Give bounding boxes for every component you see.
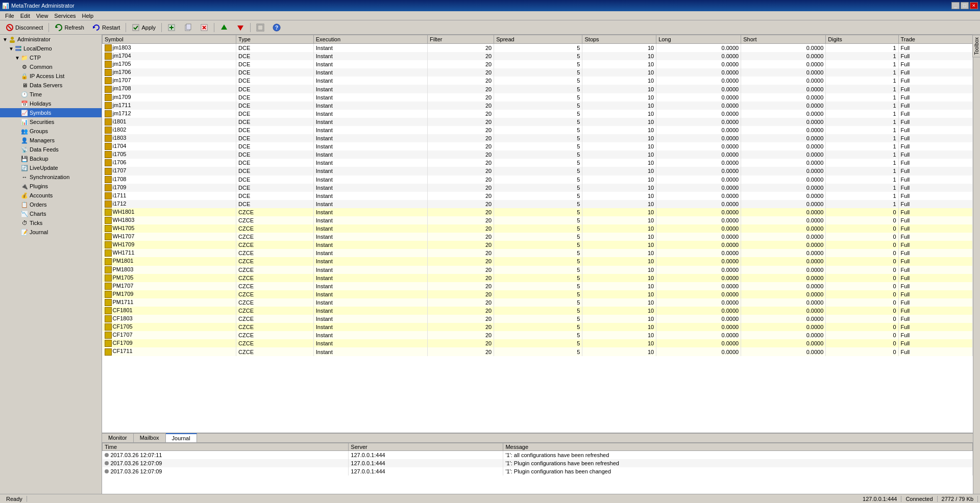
table-row[interactable]: PM1709 CZCE Instant 20 5 10 0.0000 0.000… [103, 290, 973, 298]
table-row[interactable]: jm1709 DCE Instant 20 5 10 0.0000 0.0000… [103, 93, 973, 102]
menu-view[interactable]: View [33, 12, 52, 19]
table-row[interactable]: jm1803 DCE Instant 20 5 10 0.0000 0.0000… [103, 44, 973, 53]
toolbox-tab[interactable]: Toolbox [972, 35, 980, 57]
table-row[interactable]: WH1711 CZCE Instant 20 5 10 0.0000 0.000… [103, 249, 973, 257]
table-row[interactable]: i1712 DCE Instant 20 5 10 0.0000 0.0000 … [103, 200, 973, 208]
sidebar-item-ticks[interactable]: ⏱ Ticks [0, 218, 102, 228]
title-bar-controls[interactable]: _ □ ✕ [951, 2, 978, 9]
sidebar-item-datafeeds[interactable]: 📡 Data Feeds [0, 145, 102, 154]
help-button[interactable]: ? [269, 22, 284, 33]
disconnect-button[interactable]: Disconnect [2, 22, 46, 33]
table-row[interactable]: jm1707 DCE Instant 20 5 10 0.0000 0.0000… [103, 77, 973, 85]
table-row[interactable]: i1711 DCE Instant 20 5 10 0.0000 0.0000 … [103, 192, 973, 200]
table-row[interactable]: CF1705 CZCE Instant 20 5 10 0.0000 0.000… [103, 323, 973, 331]
down-icon [236, 23, 244, 32]
col-digits[interactable]: Digits [826, 35, 898, 44]
sidebar-item-charts[interactable]: 📉 Charts [0, 209, 102, 218]
tab-mailbox[interactable]: Mailbox [134, 434, 166, 442]
table-row[interactable]: CF1711 CZCE Instant 20 5 10 0.0000 0.000… [103, 347, 973, 356]
sidebar-item-plugins[interactable]: 🔌 Plugins [0, 182, 102, 191]
sidebar-item-ctp[interactable]: ▼ 📁 CTP [0, 53, 102, 62]
col-stops[interactable]: Stops [582, 35, 656, 44]
sidebar-item-localdemo[interactable]: ▼ LocalDemo [0, 44, 102, 53]
table-row[interactable]: CF1801 CZCE Instant 20 5 10 0.0000 0.000… [103, 307, 973, 315]
sidebar-item-orders[interactable]: 📋 Orders [0, 200, 102, 209]
up-button[interactable] [216, 22, 232, 33]
col-symbol[interactable]: Symbol [103, 35, 236, 44]
refresh-button[interactable]: Refresh [51, 22, 88, 33]
table-row[interactable]: i1801 DCE Instant 20 5 10 0.0000 0.0000 … [103, 118, 973, 126]
table-row[interactable]: WH1709 CZCE Instant 20 5 10 0.0000 0.000… [103, 241, 973, 249]
sidebar-item-holidays[interactable]: 📅 Holidays [0, 99, 102, 108]
delete-button[interactable] [197, 22, 212, 33]
table-row[interactable]: WH1707 CZCE Instant 20 5 10 0.0000 0.000… [103, 233, 973, 241]
sidebar-item-groups[interactable]: 👥 Groups [0, 127, 102, 136]
symbols-table[interactable]: Symbol Type Execution Filter Spread Stop… [102, 35, 973, 433]
sidebar-item-time[interactable]: 🕐 Time [0, 90, 102, 99]
col-execution[interactable]: Execution [313, 35, 427, 44]
table-row[interactable]: i1803 DCE Instant 20 5 10 0.0000 0.0000 … [103, 134, 973, 142]
menu-help[interactable]: Help [79, 12, 97, 19]
sidebar-item-symbols[interactable]: 📈 Symbols [0, 108, 102, 117]
table-row[interactable]: CF1707 CZCE Instant 20 5 10 0.0000 0.000… [103, 331, 973, 339]
tab-journal[interactable]: Journal [166, 433, 197, 442]
sidebar-item-dataservers[interactable]: 🖥 Data Servers [0, 81, 102, 90]
log-row[interactable]: 2017.03.26 12:07:09 127.0.0.1:444 '1': P… [103, 459, 973, 467]
col-long[interactable]: Long [656, 35, 741, 44]
view1-button[interactable] [253, 22, 268, 33]
maximize-button[interactable]: □ [961, 2, 969, 9]
add-button[interactable] [164, 22, 179, 33]
table-row[interactable]: i1705 DCE Instant 20 5 10 0.0000 0.0000 … [103, 150, 973, 159]
table-row[interactable]: i1802 DCE Instant 20 5 10 0.0000 0.0000 … [103, 126, 973, 134]
sidebar-item-accounts[interactable]: 💰 Accounts [0, 191, 102, 200]
copy-button[interactable] [180, 22, 195, 33]
sidebar-item-backup[interactable]: 💾 Backup [0, 154, 102, 163]
col-spread[interactable]: Spread [494, 35, 582, 44]
table-row[interactable]: CF1709 CZCE Instant 20 5 10 0.0000 0.000… [103, 339, 973, 347]
table-row[interactable]: i1706 DCE Instant 20 5 10 0.0000 0.0000 … [103, 159, 973, 167]
table-row[interactable]: i1708 DCE Instant 20 5 10 0.0000 0.0000 … [103, 175, 973, 184]
table-row[interactable]: jm1712 DCE Instant 20 5 10 0.0000 0.0000… [103, 110, 973, 118]
tab-monitor[interactable]: Monitor [102, 434, 134, 442]
table-row[interactable]: CF1803 CZCE Instant 20 5 10 0.0000 0.000… [103, 315, 973, 323]
table-row[interactable]: PM1707 CZCE Instant 20 5 10 0.0000 0.000… [103, 282, 973, 290]
table-row[interactable]: i1707 DCE Instant 20 5 10 0.0000 0.0000 … [103, 167, 973, 175]
col-filter[interactable]: Filter [427, 35, 494, 44]
restart-button[interactable]: Restart [89, 22, 124, 33]
sidebar-item-managers[interactable]: 👤 Managers [0, 136, 102, 145]
table-row[interactable]: jm1704 DCE Instant 20 5 10 0.0000 0.0000… [103, 52, 973, 60]
sidebar-item-ipaccess[interactable]: 🔒 IP Access List [0, 71, 102, 81]
sidebar-item-liveupdate[interactable]: 🔄 LiveUpdate [0, 163, 102, 172]
sidebar-item-securities[interactable]: 📊 Securities [0, 117, 102, 127]
table-row[interactable]: PM1711 CZCE Instant 20 5 10 0.0000 0.000… [103, 298, 973, 307]
col-short[interactable]: Short [741, 35, 826, 44]
table-row[interactable]: PM1705 CZCE Instant 20 5 10 0.0000 0.000… [103, 274, 973, 282]
table-row[interactable]: i1709 DCE Instant 20 5 10 0.0000 0.0000 … [103, 184, 973, 192]
table-row[interactable]: jm1708 DCE Instant 20 5 10 0.0000 0.0000… [103, 85, 973, 93]
sidebar-item-journal[interactable]: 📝 Journal [0, 228, 102, 237]
log-row[interactable]: 2017.03.26 12:07:11 127.0.0.1:444 '1': a… [103, 451, 973, 459]
table-row[interactable]: PM1803 CZCE Instant 20 5 10 0.0000 0.000… [103, 266, 973, 274]
sidebar-item-administrator[interactable]: ▼ Administrator [0, 35, 102, 44]
table-row[interactable]: PM1801 CZCE Instant 20 5 10 0.0000 0.000… [103, 257, 973, 265]
log-row[interactable]: 2017.03.26 12:07:09 127.0.0.1:444 '1': P… [103, 467, 973, 475]
table-row[interactable]: jm1711 DCE Instant 20 5 10 0.0000 0.0000… [103, 102, 973, 110]
table-row[interactable]: WH1705 CZCE Instant 20 5 10 0.0000 0.000… [103, 224, 973, 233]
minimize-button[interactable]: _ [951, 2, 960, 9]
cell-short: 0.0000 [741, 93, 826, 102]
table-row[interactable]: i1704 DCE Instant 20 5 10 0.0000 0.0000 … [103, 142, 973, 150]
col-type[interactable]: Type [236, 35, 314, 44]
table-row[interactable]: jm1705 DCE Instant 20 5 10 0.0000 0.0000… [103, 60, 973, 68]
table-row[interactable]: WH1803 CZCE Instant 20 5 10 0.0000 0.000… [103, 216, 973, 224]
table-row[interactable]: jm1706 DCE Instant 20 5 10 0.0000 0.0000… [103, 68, 973, 77]
close-button[interactable]: ✕ [970, 2, 978, 9]
down-button[interactable] [233, 22, 248, 33]
menu-file[interactable]: File [2, 12, 17, 19]
menu-services[interactable]: Services [51, 12, 79, 19]
table-row[interactable]: WH1801 CZCE Instant 20 5 10 0.0000 0.000… [103, 208, 973, 216]
col-trade[interactable]: Trade [898, 35, 972, 44]
apply-button[interactable]: Apply [128, 22, 159, 33]
sidebar-item-synchronization[interactable]: ↔ Synchronization [0, 172, 102, 182]
menu-edit[interactable]: Edit [17, 12, 33, 19]
sidebar-item-common[interactable]: ⚙ Common [0, 62, 102, 71]
